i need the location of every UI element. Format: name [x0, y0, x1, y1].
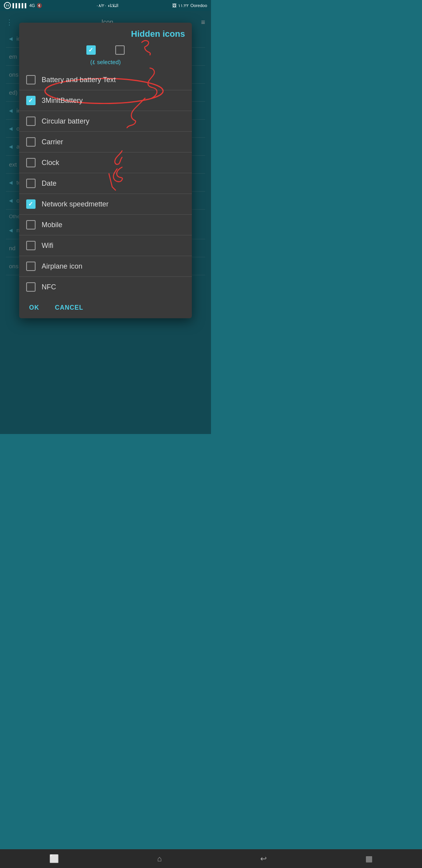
signal-bars: ▌▌▌▌▌	[13, 3, 28, 8]
dialog-overlay: Hidden icons (٤ selected) Battery and ba…	[0, 11, 211, 434]
date-text: الثلاثاء ٠٨/٢٠	[96, 3, 118, 8]
checkbox-clock[interactable]	[26, 158, 36, 167]
select-all-checkbox[interactable]	[86, 45, 96, 55]
checkbox-nfc[interactable]	[26, 282, 36, 292]
image-icon: 🖼	[172, 3, 177, 8]
list-item-mobile[interactable]: Mobile	[19, 214, 192, 235]
list-item-3minit-battery[interactable]: 3MinitBattery	[19, 90, 192, 111]
list-item-circular-battery[interactable]: Circular battery	[19, 111, 192, 131]
checkbox-battery-text[interactable]	[26, 75, 36, 84]
list-item-clock[interactable]: Clock	[19, 152, 192, 173]
checkbox-carrier[interactable]	[26, 137, 36, 147]
label-circular-battery: Circular battery	[42, 117, 89, 126]
list-item-airplane-icon[interactable]: Airplane icon	[19, 256, 192, 276]
ok-button[interactable]: OK	[26, 303, 43, 313]
checkbox-network-speed[interactable]	[26, 199, 36, 209]
select-all-row[interactable]	[19, 42, 192, 57]
selected-count: (٤ selected)	[19, 57, 192, 70]
items-list: Battery and battery Text 3MinitBattery C…	[19, 70, 192, 297]
list-item-wifi[interactable]: Wifi	[19, 235, 192, 256]
dialog-footer: OK CANCEL	[19, 297, 192, 318]
checkbox-airplane-icon[interactable]	[26, 262, 36, 271]
list-item-network-speed[interactable]: Network speedmetter	[19, 194, 192, 214]
status-date: الثلاثاء ٠٨/٢٠	[96, 3, 118, 8]
list-item-date[interactable]: Date	[19, 173, 192, 194]
hidden-icons-dialog: Hidden icons (٤ selected) Battery and ba…	[19, 23, 192, 318]
status-left: 77 ▌▌▌▌▌ 4G 🔇	[4, 2, 42, 9]
label-nfc: NFC	[42, 283, 56, 291]
mute-icon: 🔇	[37, 3, 42, 8]
checkbox-mobile[interactable]	[26, 220, 36, 230]
label-airplane-icon: Airplane icon	[42, 262, 82, 271]
label-wifi: Wifi	[42, 242, 54, 250]
list-item-nfc[interactable]: NFC	[19, 276, 192, 297]
status-right: 🖼 ١١:٢٢ Ooredoo	[172, 3, 207, 8]
checkbox-3minit-battery[interactable]	[26, 96, 36, 105]
checkbox-wifi[interactable]	[26, 241, 36, 250]
deselect-all-checkbox[interactable]	[115, 45, 125, 55]
label-carrier: Carrier	[42, 138, 63, 146]
carrier-text: Ooredoo	[190, 3, 207, 8]
label-clock: Clock	[42, 159, 59, 167]
label-date: Date	[42, 179, 57, 188]
dialog-title: Hidden icons	[19, 23, 192, 42]
label-3minit-battery: 3MinitBattery	[42, 97, 83, 105]
label-battery-text: Battery and battery Text	[42, 76, 116, 84]
list-item-carrier[interactable]: Carrier	[19, 131, 192, 152]
checkbox-circular-battery[interactable]	[26, 117, 36, 126]
list-item-battery-text[interactable]: Battery and battery Text	[19, 70, 192, 90]
battery-level: 77	[6, 4, 9, 7]
time-text: ١١:٢٢	[178, 3, 189, 8]
label-mobile: Mobile	[42, 221, 63, 229]
label-network-speed: Network speedmetter	[42, 200, 109, 208]
checkbox-date[interactable]	[26, 179, 36, 188]
status-bar: 77 ▌▌▌▌▌ 4G 🔇 الثلاثاء ٠٨/٢٠ 🖼 ١١:٢٢ Oor…	[0, 0, 211, 11]
cancel-button[interactable]: CANCEL	[52, 303, 87, 313]
network-type: 4G	[29, 3, 35, 8]
battery-indicator: 77	[4, 2, 11, 9]
